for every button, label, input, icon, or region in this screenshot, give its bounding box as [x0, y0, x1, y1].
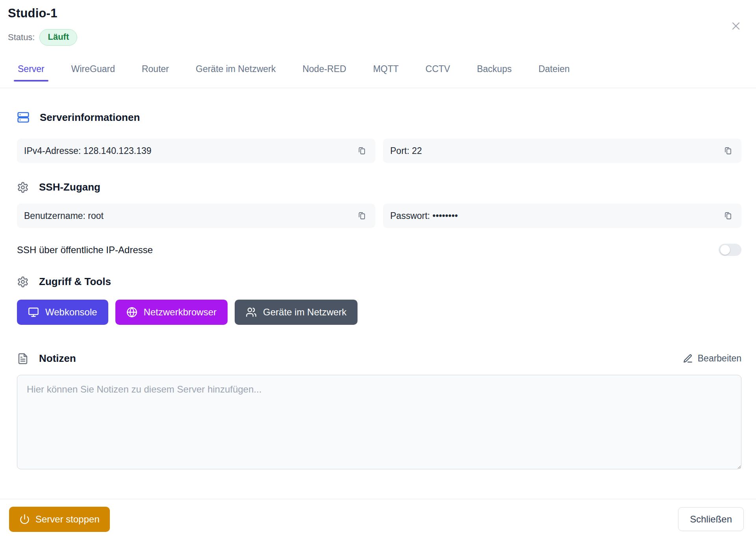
gear-icon: [17, 182, 29, 193]
tab-cctv[interactable]: CCTV: [425, 61, 451, 81]
server-info-fields: IPv4-Adresse: 128.140.123.139 Port: 22: [17, 139, 741, 163]
globe-icon: [126, 307, 137, 318]
copy-username-icon[interactable]: [356, 209, 368, 222]
network-browser-button-label: Netzwerkbrowser: [144, 307, 217, 318]
port-field: Port: 22: [383, 139, 741, 163]
copy-port-icon[interactable]: [722, 144, 734, 157]
page-title: Studio-1: [8, 6, 739, 20]
server-info-heading-label: Serverinformationen: [40, 111, 140, 124]
stop-server-button-label: Server stoppen: [35, 514, 100, 525]
tab-node-red[interactable]: Node-RED: [302, 61, 347, 81]
network-devices-button[interactable]: Geräte im Netzwerk: [235, 300, 358, 325]
network-browser-button[interactable]: Netzwerkbrowser: [115, 300, 228, 325]
status-row: Status: Läuft: [8, 29, 739, 46]
stop-server-button[interactable]: Server stoppen: [9, 507, 110, 532]
username-value: Benutzername: root: [24, 211, 356, 221]
pencil-icon: [683, 354, 693, 364]
username-field: Benutzername: root: [17, 204, 375, 228]
notes-heading: Notizen: [17, 352, 76, 365]
copy-ipv4-icon[interactable]: [356, 144, 368, 157]
notes-header-row: Notizen Bearbeiten: [17, 352, 741, 365]
tab-wireguard[interactable]: WireGuard: [70, 61, 116, 81]
tab-backups[interactable]: Backups: [476, 61, 512, 81]
ssh-heading-label: SSH-Zugang: [39, 181, 100, 193]
tab-bar: Server WireGuard Router Geräte im Netzwe…: [0, 46, 756, 88]
status-badge: Läuft: [39, 29, 77, 46]
power-icon: [19, 514, 30, 524]
edit-notes-button-label: Bearbeiten: [698, 353, 741, 364]
notes-textarea[interactable]: [17, 375, 741, 469]
server-icon: [17, 111, 30, 124]
tab-server[interactable]: Server: [17, 61, 45, 81]
close-modal-button[interactable]: Schließen: [678, 507, 744, 531]
modal-header: Studio-1 Status: Läuft: [0, 0, 756, 46]
ssh-public-ip-label: SSH über öffentliche IP-Adresse: [17, 244, 153, 256]
server-detail-modal: Studio-1 Status: Läuft Server WireGuard …: [0, 0, 756, 539]
ssh-heading: SSH-Zugang: [17, 181, 741, 193]
network-devices-button-label: Geräte im Netzwerk: [263, 307, 346, 318]
ipv4-field: IPv4-Adresse: 128.140.123.139: [17, 139, 375, 163]
tools-buttons: Webkonsole Netzwerkbrowser Geräte im Net…: [17, 300, 741, 325]
tab-geraete-im-netzwerk[interactable]: Geräte im Netzwerk: [195, 61, 276, 81]
ssh-public-ip-row: SSH über öffentliche IP-Adresse: [17, 244, 741, 256]
ssh-fields: Benutzername: root Passwort: ••••••••: [17, 204, 741, 228]
tab-mqtt[interactable]: MQTT: [372, 61, 399, 81]
tab-router[interactable]: Router: [141, 61, 170, 81]
tab-panel-server: Serverinformationen IPv4-Adresse: 128.14…: [0, 88, 756, 499]
file-text-icon: [17, 353, 29, 365]
ssh-public-ip-toggle[interactable]: [719, 244, 741, 256]
tools-heading: Zugriff & Tools: [17, 276, 741, 288]
webconsole-button[interactable]: Webkonsole: [17, 300, 108, 325]
users-icon: [246, 307, 257, 318]
gear-icon: [17, 276, 29, 288]
server-info-heading: Serverinformationen: [17, 111, 741, 124]
tab-dateien[interactable]: Dateien: [537, 61, 570, 81]
monitor-icon: [28, 307, 39, 318]
close-icon[interactable]: [728, 18, 744, 34]
ipv4-value: IPv4-Adresse: 128.140.123.139: [24, 146, 356, 156]
toggle-knob: [720, 245, 730, 255]
notes-heading-label: Notizen: [39, 352, 76, 365]
status-label: Status:: [8, 32, 35, 43]
port-value: Port: 22: [390, 146, 722, 156]
password-field: Passwort: ••••••••: [383, 204, 741, 228]
webconsole-button-label: Webkonsole: [45, 307, 97, 318]
modal-footer: Server stoppen Schließen: [0, 499, 756, 539]
edit-notes-button[interactable]: Bearbeiten: [683, 353, 741, 364]
tools-heading-label: Zugriff & Tools: [39, 276, 111, 288]
copy-password-icon[interactable]: [722, 209, 734, 222]
password-value: Passwort: ••••••••: [390, 211, 722, 221]
